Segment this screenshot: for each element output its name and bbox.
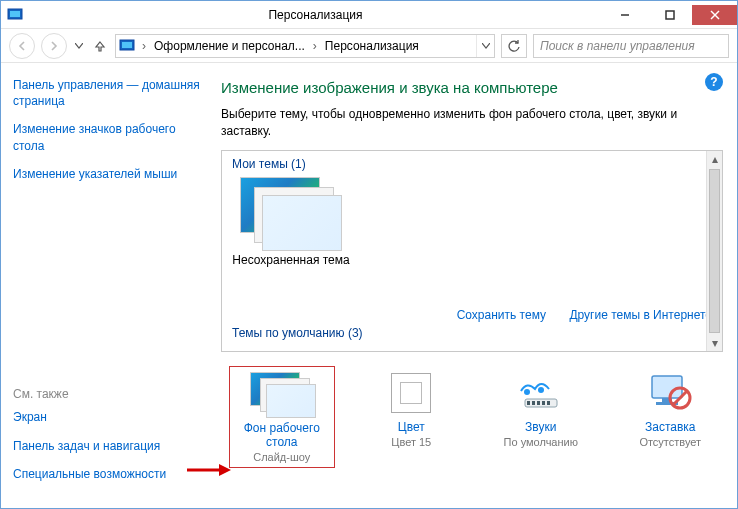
scrollbar-thumb[interactable] bbox=[709, 169, 720, 333]
theme-unsaved[interactable]: Несохраненная тема bbox=[232, 177, 350, 267]
themes-scroll: Мои темы (1) Несохраненная тема bbox=[222, 151, 722, 303]
svg-point-10 bbox=[538, 387, 544, 393]
svg-rect-14 bbox=[537, 401, 540, 405]
option-bg-sub: Слайд-шоу bbox=[234, 451, 330, 463]
default-themes-label: Темы по умолчанию (3) bbox=[232, 326, 712, 340]
sidebar-link-mouse-pointers[interactable]: Изменение указателей мыши bbox=[13, 166, 201, 182]
maximize-button[interactable] bbox=[647, 5, 692, 25]
option-color-label: Цвет bbox=[363, 420, 460, 434]
options-row: Фон рабочего стола Слайд-шоу Цвет Цвет 1… bbox=[229, 366, 723, 468]
option-sounds-label: Звуки bbox=[492, 420, 589, 434]
option-screensaver[interactable]: Заставка Отсутствует bbox=[618, 366, 723, 452]
close-button[interactable] bbox=[692, 5, 737, 25]
back-button[interactable] bbox=[9, 33, 35, 59]
address-dropdown[interactable] bbox=[476, 35, 494, 57]
svg-rect-15 bbox=[542, 401, 545, 405]
themes-scrollbar[interactable]: ▴ ▾ bbox=[706, 151, 722, 351]
sidebar: Панель управления — домашняя страница Из… bbox=[1, 63, 213, 508]
history-dropdown[interactable] bbox=[73, 37, 85, 55]
option-sounds[interactable]: Звуки По умолчанию bbox=[488, 366, 593, 452]
option-bg-label: Фон рабочего стола bbox=[234, 421, 330, 449]
main: ? Изменение изображения и звука на компь… bbox=[213, 63, 737, 508]
forward-button[interactable] bbox=[41, 33, 67, 59]
window-title: Персонализация bbox=[29, 8, 602, 22]
up-button[interactable] bbox=[91, 37, 109, 55]
breadcrumb-chevron-icon: › bbox=[309, 35, 321, 57]
color-icon bbox=[363, 370, 460, 416]
sidebar-link-home[interactable]: Панель управления — домашняя страница bbox=[13, 77, 201, 109]
sidebar-link-display[interactable]: Экран bbox=[13, 409, 201, 425]
svg-point-9 bbox=[524, 389, 530, 395]
save-theme-link[interactable]: Сохранить тему bbox=[457, 308, 546, 322]
scroll-up-icon[interactable]: ▴ bbox=[707, 151, 722, 167]
page-subtitle: Выберите тему, чтобы одновременно измени… bbox=[221, 106, 723, 140]
svg-rect-16 bbox=[547, 401, 550, 405]
sounds-icon bbox=[492, 370, 589, 416]
svg-rect-3 bbox=[666, 11, 674, 19]
sidebar-link-desktop-icons[interactable]: Изменение значков рабочего стола bbox=[13, 121, 201, 153]
option-color[interactable]: Цвет Цвет 15 bbox=[359, 366, 464, 452]
location-icon bbox=[116, 38, 138, 54]
app-icon bbox=[7, 7, 23, 23]
refresh-button[interactable] bbox=[501, 34, 527, 58]
content: Панель управления — домашняя страница Из… bbox=[1, 63, 737, 508]
titlebar: Персонализация bbox=[1, 1, 737, 29]
scroll-down-icon[interactable]: ▾ bbox=[707, 335, 722, 351]
sidebar-link-ease[interactable]: Специальные возможности bbox=[13, 466, 201, 482]
address-bar[interactable]: › Оформление и персонал... › Персонализа… bbox=[115, 34, 495, 58]
see-also-heading: См. также bbox=[13, 387, 201, 401]
breadcrumb-seg2[interactable]: Персонализация bbox=[321, 35, 423, 57]
search-box[interactable] bbox=[533, 34, 729, 58]
theme-thumbnail-icon bbox=[240, 177, 342, 249]
annotation-arrow-icon bbox=[185, 461, 231, 479]
svg-rect-1 bbox=[10, 11, 20, 17]
search-input[interactable] bbox=[534, 39, 728, 53]
option-color-sub: Цвет 15 bbox=[363, 436, 460, 448]
help-icon[interactable]: ? bbox=[705, 73, 723, 91]
desktop-background-icon bbox=[234, 371, 330, 417]
breadcrumb-root-chevron-icon[interactable]: › bbox=[138, 35, 150, 57]
svg-rect-7 bbox=[122, 42, 132, 48]
option-saver-label: Заставка bbox=[622, 420, 719, 434]
my-themes-label: Мои темы (1) bbox=[232, 157, 712, 171]
svg-rect-13 bbox=[532, 401, 535, 405]
toolbar: › Оформление и персонал... › Персонализа… bbox=[1, 29, 737, 63]
sidebar-link-taskbar[interactable]: Панель задач и навигация bbox=[13, 438, 201, 454]
option-background[interactable]: Фон рабочего стола Слайд-шоу bbox=[229, 366, 335, 468]
theme-name: Несохраненная тема bbox=[232, 253, 350, 267]
breadcrumb-seg1[interactable]: Оформление и персонал... bbox=[150, 35, 309, 57]
option-saver-sub: Отсутствует bbox=[622, 436, 719, 448]
screensaver-icon bbox=[622, 370, 719, 416]
other-themes-link[interactable]: Другие темы в Интернете bbox=[569, 308, 712, 322]
svg-rect-12 bbox=[527, 401, 530, 405]
page-heading: Изменение изображения и звука на компьют… bbox=[221, 79, 723, 96]
minimize-button[interactable] bbox=[602, 5, 647, 25]
option-sounds-sub: По умолчанию bbox=[492, 436, 589, 448]
themes-panel: Мои темы (1) Несохраненная тема Сохранит… bbox=[221, 150, 723, 352]
